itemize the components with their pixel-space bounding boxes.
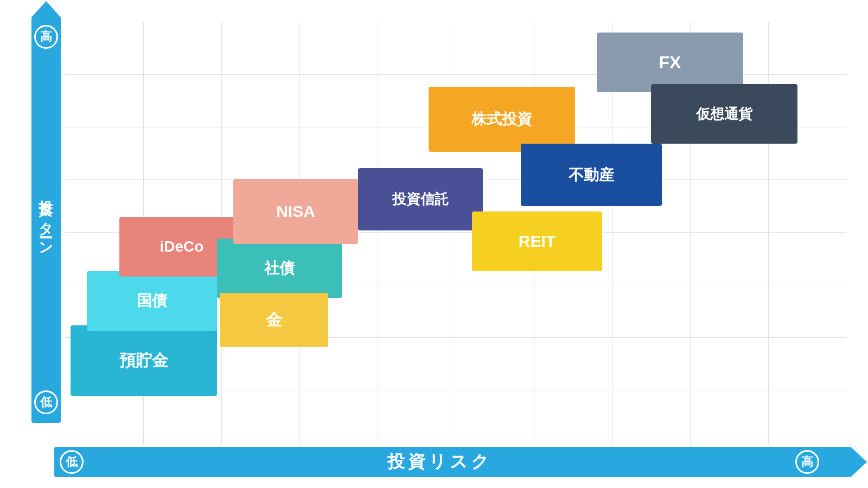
x-axis-label: 投資リスク bbox=[84, 450, 795, 474]
y-axis-label: 投資リターン bbox=[37, 49, 56, 390]
box-reit: REIT bbox=[472, 211, 602, 271]
box-nisa: NISA bbox=[233, 179, 358, 244]
y-axis-low-label: 低 bbox=[34, 390, 58, 414]
y-axis: 高 投資リターン 低 bbox=[30, 16, 62, 423]
x-axis-low-label: 低 bbox=[60, 450, 84, 474]
box-kasou: 仮想通貨 bbox=[651, 84, 797, 144]
box-fudosan: 不動産 bbox=[521, 144, 662, 206]
chart-area: 高 投資リターン 低 低 投資リスク 高 預貯金 国債 iDeCo 社債 金 N… bbox=[0, 0, 868, 488]
y-axis-high-label: 高 bbox=[34, 25, 58, 49]
box-kabushiki: 株式投資 bbox=[429, 87, 575, 152]
box-yokin: 預貯金 bbox=[71, 325, 217, 396]
box-shasai: 社債 bbox=[217, 239, 342, 298]
box-kin: 金 bbox=[220, 293, 328, 347]
box-kokusai: 国債 bbox=[87, 271, 217, 331]
box-fx: FX bbox=[597, 33, 743, 92]
box-toushin: 投資信託 bbox=[358, 168, 483, 230]
x-axis-high-label: 高 bbox=[795, 450, 819, 474]
x-axis: 低 投資リスク 高 bbox=[54, 447, 852, 477]
